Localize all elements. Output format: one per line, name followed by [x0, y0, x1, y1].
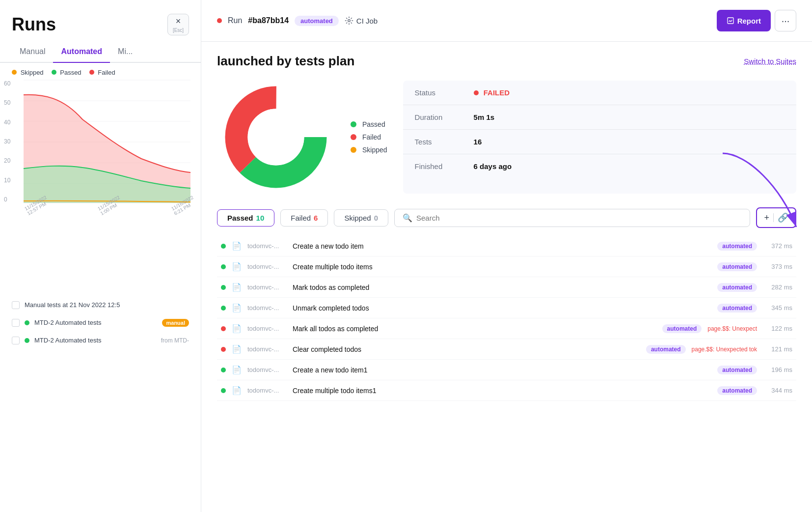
- tab-manual[interactable]: Manual: [12, 43, 53, 63]
- test-name-2: Create multiple todo items: [293, 263, 711, 271]
- more-options-button[interactable]: ···: [775, 10, 796, 31]
- file-icon-5: 📄: [232, 324, 242, 333]
- test-badge-7: automated: [717, 366, 757, 374]
- ci-job-badge: CI Job: [345, 16, 378, 25]
- y-label-60: 60: [4, 80, 10, 87]
- filter-row: Passed 10 Failed 6 Skipped 0 🔍: [217, 207, 796, 228]
- test-row-4[interactable]: 📄 todomvc-... Unmark completed todos aut…: [217, 298, 796, 318]
- tests-label: Tests: [415, 138, 474, 146]
- report-button[interactable]: Report: [717, 10, 771, 31]
- test-badge-1: automated: [717, 242, 757, 251]
- run-item-manual[interactable]: Manual tests at 21 Nov 2022 12:5: [0, 296, 201, 314]
- test-status-7: [221, 368, 226, 372]
- duration-value: 5m 1s: [474, 113, 495, 121]
- switch-suites-button[interactable]: Switch to Suites: [744, 57, 796, 65]
- file-icon-4: 📄: [232, 303, 242, 313]
- filter-skipped-button[interactable]: Skipped 0: [334, 209, 388, 227]
- file-icon-2: 📄: [232, 262, 242, 271]
- test-name-8: Create multiple todo items1: [293, 387, 711, 395]
- test-suite-3: todomvc-...: [247, 284, 287, 291]
- legend-skipped: Skipped: [12, 69, 44, 76]
- more-icon: ···: [782, 15, 790, 27]
- stat-duration: Duration 5m 1s: [403, 105, 796, 130]
- failed-legend-dot: [351, 134, 356, 140]
- filter-passed-button[interactable]: Passed 10: [217, 209, 274, 227]
- failed-filter-label: Failed: [291, 214, 311, 222]
- test-duration-2: 373 ms: [763, 263, 792, 270]
- failed-status-dot: [474, 90, 479, 95]
- donut-legend: Passed Failed Skipped: [351, 81, 387, 194]
- divider: [773, 213, 774, 222]
- test-suite-5: todomvc-...: [247, 325, 287, 332]
- failed-dot: [89, 70, 94, 75]
- legend-failed: Failed: [89, 69, 115, 76]
- test-status-5: [221, 326, 226, 331]
- test-status-6: [221, 347, 226, 352]
- test-error-6: page.$$: Unexpected tok: [692, 346, 757, 353]
- svg-point-7: [348, 20, 351, 22]
- area-chart: [24, 80, 190, 203]
- header-actions: Report ···: [717, 10, 796, 31]
- test-suite-4: todomvc-...: [247, 304, 287, 312]
- test-row-6[interactable]: 📄 todomvc-... Clear completed todos auto…: [217, 339, 796, 360]
- test-badge-4: automated: [717, 304, 757, 313]
- tests-value: 16: [474, 138, 482, 146]
- run-info: Run #ba87bb14 automated CI Job: [217, 16, 378, 26]
- test-row-5[interactable]: 📄 todomvc-... Mark all todos as complete…: [217, 318, 796, 339]
- run-checkbox-3[interactable]: [12, 337, 20, 344]
- status-value: FAILED: [474, 88, 510, 97]
- test-duration-1: 372 ms: [763, 242, 792, 250]
- run-item-mtd2-2[interactable]: MTD-2 Automated tests from MTD-: [0, 332, 201, 349]
- svg-rect-8: [728, 18, 733, 24]
- test-name-7: Create a new todo item1: [293, 366, 711, 374]
- test-row-7[interactable]: 📄 todomvc-... Create a new todo item1 au…: [217, 360, 796, 380]
- test-badge-5: automated: [662, 324, 702, 333]
- arrow-annotation: + 🔗: [756, 207, 796, 228]
- ci-label: CI Job: [356, 17, 378, 25]
- run-name-2: MTD-2 Automated tests: [34, 319, 157, 326]
- test-badge-3: automated: [717, 283, 757, 292]
- run-checkbox-2[interactable]: [12, 319, 20, 327]
- test-row-3[interactable]: 📄 todomvc-... Mark todos as completed au…: [217, 277, 796, 298]
- y-label-40: 40: [4, 119, 10, 126]
- failed-pct-label: 37.5%: [250, 123, 270, 131]
- report-label: Report: [737, 17, 761, 25]
- link-button[interactable]: 🔗: [776, 211, 790, 224]
- search-input[interactable]: [416, 214, 742, 222]
- legend-item-failed: Failed: [351, 133, 387, 141]
- ci-icon: [345, 16, 353, 25]
- skipped-legend-dot: [351, 147, 356, 153]
- test-duration-3: 282 ms: [763, 284, 792, 291]
- file-icon-7: 📄: [232, 365, 242, 374]
- sidebar-header: Runs × [Esc]: [0, 0, 201, 35]
- test-status-1: [221, 244, 226, 249]
- run-name-3: MTD-2 Automated tests: [34, 337, 156, 344]
- add-button[interactable]: +: [762, 212, 771, 224]
- test-row-1[interactable]: 📄 todomvc-... Create a new todo item aut…: [217, 236, 796, 256]
- test-name-1: Create a new todo item: [293, 242, 711, 250]
- skipped-dot: [12, 70, 17, 75]
- test-duration-6: 121 ms: [763, 345, 792, 353]
- passed-legend-dot: [351, 121, 356, 127]
- run-source-3: from MTD-: [161, 337, 189, 344]
- donut-chart: 37.5% 62.5%: [217, 81, 335, 194]
- test-row-8[interactable]: 📄 todomvc-... Create multiple todo items…: [217, 380, 796, 401]
- close-icon: ×: [176, 16, 181, 27]
- action-buttons: + 🔗: [756, 207, 796, 228]
- skipped-filter-count: 0: [374, 214, 378, 222]
- search-icon: 🔍: [403, 213, 412, 223]
- test-name-6: Clear completed todos: [293, 345, 640, 353]
- test-status-8: [221, 388, 226, 393]
- run-item-mtd2-1[interactable]: MTD-2 Automated tests manual: [0, 314, 201, 332]
- filter-failed-button[interactable]: Failed 6: [280, 209, 328, 227]
- search-box: 🔍: [394, 209, 750, 227]
- tab-automated[interactable]: Automated: [53, 43, 110, 63]
- tab-mixed[interactable]: Mi...: [110, 43, 140, 63]
- skipped-filter-label: Skipped: [344, 214, 371, 222]
- run-checkbox-1[interactable]: [12, 301, 20, 309]
- legend-item-passed: Passed: [351, 120, 387, 128]
- close-button[interactable]: × [Esc]: [167, 14, 189, 35]
- test-row-2[interactable]: 📄 todomvc-... Create multiple todo items…: [217, 256, 796, 277]
- overview-section: 37.5% 62.5% Passed Failed Skipped: [217, 81, 796, 194]
- file-icon-1: 📄: [232, 241, 242, 251]
